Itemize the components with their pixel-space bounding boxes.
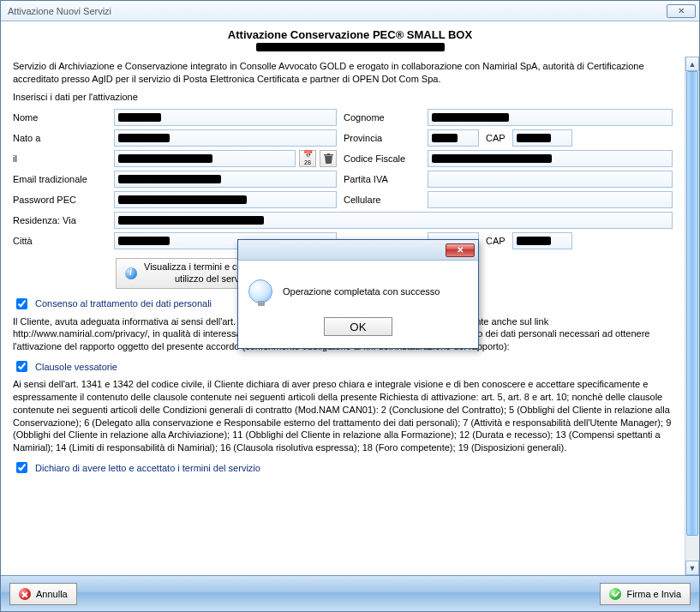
input-provincia[interactable] [428, 129, 479, 147]
input-date[interactable] [114, 150, 296, 167]
input-email[interactable] [114, 171, 337, 188]
input-piva[interactable] [428, 171, 673, 188]
form-grid: Nome Cognome Nato a Provincia CAP il 📅28 [13, 109, 673, 249]
label-nome: Nome [13, 112, 107, 123]
input-cap2[interactable] [512, 232, 572, 249]
dialog-close-button[interactable]: ✕ [446, 243, 475, 257]
input-password[interactable] [114, 191, 337, 208]
label-cell: Cellulare [344, 195, 421, 205]
chevron-down-icon: ▼ [689, 564, 697, 573]
input-cognome[interactable] [428, 109, 673, 126]
scroll-track[interactable] [685, 71, 699, 561]
scroll-up-button[interactable]: ▲ [685, 57, 699, 71]
label-il: il [13, 153, 107, 164]
consent-personal-data-checkbox[interactable] [16, 298, 27, 309]
calendar-icon: 📅28 [303, 151, 313, 166]
vertical-scrollbar[interactable]: ▲ ▼ [685, 57, 699, 575]
success-dialog: ✕ Operazione completata con successo OK [237, 239, 479, 349]
intro-text-2: Inserisci i dati per l'attivazione [13, 91, 673, 104]
cancel-button[interactable]: Annulla [9, 583, 77, 605]
page-title: Attivazione Conservazione PEC® SMALL BOX [1, 21, 699, 43]
cancel-icon [19, 588, 31, 600]
dialog-titlebar: ✕ [238, 240, 478, 261]
chevron-up-icon: ▲ [689, 60, 697, 69]
consent-personal-data-label: Consenso al trattamento dei dati persona… [35, 298, 212, 309]
close-icon: ✕ [678, 6, 685, 15]
intro-text-1: Servizio di Archiviazione e Conservazion… [13, 60, 673, 86]
cancel-label: Annulla [36, 589, 68, 599]
close-icon: ✕ [457, 245, 464, 255]
submit-label: Firma e Invia [626, 589, 681, 599]
main-window: Attivazione Nuovi Servizi ✕ Attivazione … [0, 0, 700, 612]
terms-accept-label: Dichiaro di avere letto e accettato i te… [35, 463, 260, 473]
input-natoa[interactable] [114, 129, 337, 147]
label-cap2: CAP [486, 236, 506, 246]
label-cap: CAP [486, 133, 506, 143]
label-piva: Partita IVA [344, 174, 421, 184]
submit-button[interactable]: Firma e Invia [600, 583, 691, 605]
titlebar: Attivazione Nuovi Servizi ✕ [1, 1, 699, 21]
clausole-text: Ai sensi dell'art. 1341 e 1342 del codic… [13, 378, 673, 454]
label-email: Email tradizionale [13, 174, 107, 184]
label-password: Password PEC [13, 195, 107, 205]
input-cell[interactable] [428, 191, 673, 208]
clear-date-button[interactable] [320, 150, 337, 167]
clausole-label: Clausole vessatorie [35, 362, 117, 372]
label-residenza: Residenza: Via [13, 215, 107, 225]
label-cognome: Cognome [344, 112, 421, 123]
scroll-down-button[interactable]: ▼ [685, 561, 699, 575]
window-title: Attivazione Nuovi Servizi [8, 6, 111, 16]
input-cap[interactable] [512, 129, 572, 147]
input-residenza[interactable] [114, 212, 673, 229]
input-nome[interactable] [114, 109, 337, 126]
dialog-message: Operazione completata con successo [283, 286, 440, 297]
clausole-checkbox[interactable] [16, 361, 27, 372]
terms-accept-checkbox[interactable] [16, 462, 27, 473]
label-citta: Città [13, 236, 107, 246]
label-provincia: Provincia [344, 133, 421, 143]
footer-bar: Annulla Firma e Invia [1, 575, 699, 611]
window-close-button[interactable]: ✕ [667, 4, 696, 18]
redacted-subtitle [256, 43, 445, 51]
scroll-thumb[interactable] [686, 71, 698, 536]
label-cf: Codice Fiscale [344, 153, 421, 164]
dialog-ok-button[interactable]: OK [324, 317, 392, 336]
trash-icon [324, 153, 333, 164]
lightbulb-icon [248, 279, 272, 303]
submit-icon [609, 588, 621, 600]
label-natoa: Nato a [13, 133, 107, 143]
calendar-button[interactable]: 📅28 [299, 150, 316, 167]
input-cf[interactable] [428, 150, 673, 167]
info-icon: i [125, 267, 137, 279]
